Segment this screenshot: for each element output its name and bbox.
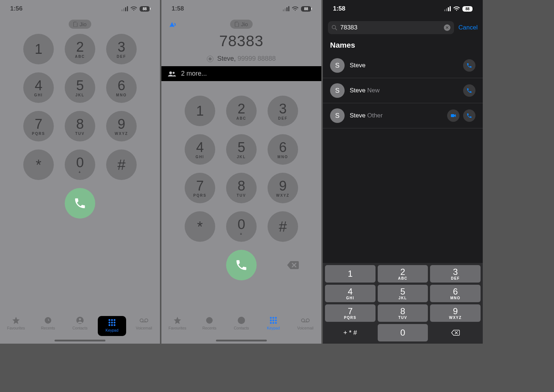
result-row[interactable]: SSteve Other xyxy=(323,103,483,128)
key-letters: MNO xyxy=(116,93,127,97)
keyboard-key-5[interactable]: 5JKL xyxy=(378,285,428,302)
star-icon xyxy=(11,316,21,325)
keyboard-key-9[interactable]: 9WXYZ xyxy=(430,304,481,322)
wifi-icon xyxy=(131,6,137,11)
tab-favourites[interactable]: Favourites xyxy=(2,316,30,330)
keyboard-symbols-key[interactable]: + * # xyxy=(325,324,376,341)
keyboard-key-0[interactable]: 0 xyxy=(378,324,428,341)
battery-icon: 88 xyxy=(301,6,311,12)
key-letters: PQRS xyxy=(193,193,206,197)
home-indicator[interactable] xyxy=(55,340,105,341)
keyboard-key-1[interactable]: 1 xyxy=(325,265,376,283)
key-digit: 2 xyxy=(400,268,405,276)
keypad-key-5[interactable]: 5JKL xyxy=(226,134,257,165)
key-digit: 1 xyxy=(35,42,42,56)
keypad-key-9[interactable]: 9WXYZ xyxy=(268,173,298,203)
home-indicator[interactable] xyxy=(216,340,267,341)
svg-point-18 xyxy=(238,317,245,324)
result-row[interactable]: SSteve New xyxy=(323,78,483,103)
key-letters: DEF xyxy=(278,116,288,120)
keypad-key-#[interactable]: # xyxy=(268,211,298,242)
keyboard-key-2[interactable]: 2ABC xyxy=(378,265,428,283)
tab-recents[interactable]: Recents xyxy=(34,316,62,330)
keypad-grid: 12ABC3DEF4GHI5JKL6MNO7PQRS8TUV9WXYZ*0+# xyxy=(0,34,160,180)
video-call-button[interactable] xyxy=(447,109,459,122)
keypad-key-6[interactable]: 6MNO xyxy=(268,134,298,165)
dial-row xyxy=(0,188,160,219)
carrier-chip[interactable]: Jio xyxy=(230,20,253,29)
search-field[interactable]: ✕ xyxy=(328,21,454,34)
tab-keypad[interactable]: Keypad xyxy=(98,316,126,336)
phone-call-button[interactable] xyxy=(463,109,475,122)
backspace-button[interactable] xyxy=(286,260,300,270)
keypad-key-1[interactable]: 1 xyxy=(23,34,54,64)
keypad-key-0[interactable]: 0+ xyxy=(65,149,95,180)
key-digit: 9 xyxy=(279,179,286,193)
keyboard-key-4[interactable]: 4GHI xyxy=(325,285,376,302)
key-letters: JKL xyxy=(398,296,407,300)
key-letters: WXYZ xyxy=(115,132,128,136)
keypad-key-*[interactable]: * xyxy=(23,149,54,180)
keypad-key-7[interactable]: 7PQRS xyxy=(185,173,215,203)
keypad-grid: 12ABC3DEF4GHI5JKL6MNO7PQRS8TUV9WXYZ*0+# xyxy=(161,96,321,242)
tab-favourites[interactable]: Favourites xyxy=(163,316,192,330)
keypad-key-0[interactable]: 0+ xyxy=(226,211,257,242)
keyboard-key-8[interactable]: 8TUV xyxy=(378,304,428,322)
battery-icon: 88 xyxy=(140,6,150,12)
clear-button[interactable]: ✕ xyxy=(444,24,450,31)
keypad-key-8[interactable]: 8TUV xyxy=(65,111,95,141)
phone-screen-2: 1:58 88 Jio 78383 Steve, 99999 88888 2 m… xyxy=(161,0,321,344)
keypad-key-4[interactable]: 4GHI xyxy=(185,134,215,165)
search-input[interactable] xyxy=(340,24,441,31)
battery-icon: 88 xyxy=(462,6,473,12)
person-circle-icon xyxy=(207,56,213,62)
keypad-key-3[interactable]: 3DEF xyxy=(106,34,137,64)
tab-recents[interactable]: Recents xyxy=(195,316,224,330)
suggestion-row[interactable]: Steve, 99999 88888 xyxy=(161,55,321,63)
phone-call-button[interactable] xyxy=(463,59,475,72)
more-suggestions-row[interactable]: 2 more... xyxy=(161,66,321,81)
people-icon xyxy=(168,71,176,77)
status-time: 1:58 xyxy=(172,5,184,12)
phone-screen-1: 1:56 88 Jio 12ABC3DEF4GHI5JKL6MNO7PQRS8T… xyxy=(0,0,160,344)
tab-voicemail[interactable]: Voicemail xyxy=(130,316,158,330)
call-button[interactable] xyxy=(65,188,95,219)
keypad-key-#[interactable]: # xyxy=(106,149,137,180)
key-digit: 7 xyxy=(196,179,204,193)
keypad-key-*[interactable]: * xyxy=(185,211,215,242)
keypad-key-7[interactable]: 7PQRS xyxy=(23,111,54,141)
keypad-key-3[interactable]: 3DEF xyxy=(268,96,298,126)
tab-contacts[interactable]: Contacts xyxy=(227,316,256,330)
phone-call-button[interactable] xyxy=(463,84,475,97)
keypad-key-5[interactable]: 5JKL xyxy=(65,72,95,103)
keyboard-key-7[interactable]: 7PQRS xyxy=(325,304,376,322)
status-right: 88 xyxy=(121,6,150,12)
keypad-key-9[interactable]: 9WXYZ xyxy=(106,111,137,141)
keypad-key-8[interactable]: 8TUV xyxy=(226,173,257,203)
keyboard-backspace-key[interactable] xyxy=(430,324,481,341)
call-button[interactable] xyxy=(226,250,257,280)
keypad-key-1[interactable]: 1 xyxy=(185,96,215,126)
svg-point-28 xyxy=(301,319,305,322)
svg-rect-33 xyxy=(451,114,454,117)
keypad-icon xyxy=(107,318,117,327)
tab-voicemail[interactable]: Voicemail xyxy=(291,316,320,330)
carrier-chip[interactable]: Jio xyxy=(69,20,91,29)
sim-icon xyxy=(73,22,77,27)
result-row[interactable]: SSteve xyxy=(323,53,483,78)
svg-point-16 xyxy=(173,72,175,74)
tab-contacts[interactable]: Contacts xyxy=(66,316,94,330)
keypad-key-6[interactable]: 6MNO xyxy=(106,72,137,103)
cancel-button[interactable]: Cancel xyxy=(458,24,478,31)
keyboard-key-3[interactable]: 3DEF xyxy=(430,265,481,283)
keypad-key-2[interactable]: 2ABC xyxy=(65,34,95,64)
keypad-key-4[interactable]: 4GHI xyxy=(23,72,54,103)
key-digit: 8 xyxy=(237,179,245,193)
more-text: 2 more... xyxy=(181,70,207,77)
keypad-key-2[interactable]: 2ABC xyxy=(226,96,257,126)
typed-number: 78383 xyxy=(161,32,321,50)
svg-point-2 xyxy=(79,318,81,320)
wifi-icon xyxy=(453,6,460,11)
tab-keypad[interactable]: Keypad xyxy=(259,316,288,330)
keyboard-key-6[interactable]: 6MNO xyxy=(430,285,481,302)
